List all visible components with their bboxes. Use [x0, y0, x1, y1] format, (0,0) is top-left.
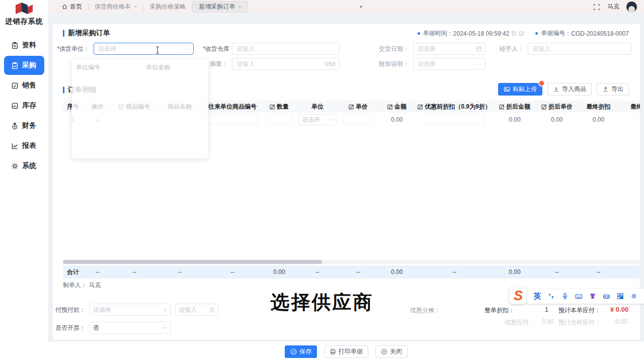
tab-home[interactable]: 首页 [55, 0, 88, 14]
total-discounted-price: -- [537, 268, 577, 276]
tab-supplier-pricebook[interactable]: 供货商价格本 × [89, 0, 143, 14]
fullscreen-icon[interactable] [593, 4, 600, 11]
total-partner-code: -- [203, 268, 262, 276]
close-icon[interactable]: × [134, 4, 137, 10]
page-title: 新增采购订单 [63, 29, 110, 38]
skin-icon[interactable] [589, 293, 596, 300]
print-button[interactable]: 打印单据 [324, 345, 368, 358]
discounted-amount-value: 0.00 [493, 116, 537, 123]
title-accent-bar [63, 86, 64, 94]
clipboard-icon [11, 42, 19, 49]
horizontal-scrollbar[interactable] [63, 260, 640, 264]
ime-toolbar: S 英 [509, 287, 644, 304]
ellipsis-icon[interactable]: ··· [474, 60, 482, 67]
toolbox-icon[interactable] [630, 293, 637, 300]
username[interactable]: 马克 [607, 3, 619, 11]
total-final-discount: -- [577, 268, 620, 276]
copy-icon[interactable] [511, 31, 517, 36]
warehouse-label: *收货仓库： [203, 45, 228, 53]
sidebar-item-system[interactable]: 系统 [4, 156, 44, 175]
amount-value: 0.00 [378, 116, 416, 123]
quantity-input[interactable] [262, 115, 296, 125]
pre-discount-input[interactable] [416, 115, 493, 125]
bar-chart-icon [11, 102, 19, 110]
faded-payable-value: 0.00 [542, 318, 553, 325]
tab-home-label: 首页 [70, 3, 82, 11]
app-title: 进销存系统 [6, 17, 43, 26]
image-icon [504, 86, 510, 93]
delivery-date-label: 交货日期： [379, 45, 409, 53]
unit-select[interactable]: 请选择 [296, 114, 339, 125]
gear-icon [11, 162, 19, 170]
import-products-button[interactable]: 导入商品 [547, 83, 592, 96]
total-unit-price: -- [339, 268, 378, 276]
total-pre-discount: -- [416, 268, 493, 276]
scrollbar-thumb[interactable] [63, 260, 322, 264]
edit-icon [349, 104, 354, 110]
tabs-dropdown-icon[interactable]: ▼ [359, 5, 363, 10]
close-icon[interactable]: × [238, 4, 241, 10]
summary-input[interactable] [232, 58, 340, 70]
calendar-icon[interactable] [476, 46, 482, 52]
save-button[interactable]: 保存 [285, 345, 317, 358]
dropdown-col-unit-name: 单位名称 [146, 64, 170, 71]
tab-label: 采购价格策略 [149, 3, 186, 11]
col-quantity: 数量 [262, 103, 296, 111]
supplier-input[interactable] [94, 43, 194, 55]
sidebar-item-finance[interactable]: 财务 [4, 116, 44, 135]
doc-no-value: CGD-20240518-0007 [571, 30, 629, 37]
emoji-grid-icon[interactable] [617, 293, 624, 300]
sidebar-item-inventory[interactable]: 库存 [4, 96, 44, 115]
doc-time-value: 2024-05-18 09:59:42 [453, 30, 509, 37]
ime-english-mode[interactable]: 英 [534, 292, 541, 301]
tab-purchase-price-policy[interactable]: 采购价格策略 [143, 0, 192, 14]
total-product-code: -- [112, 268, 156, 276]
invoice-select[interactable]: 否 [90, 322, 171, 334]
ime-bar: 英 [527, 289, 644, 304]
check-square-icon [11, 82, 19, 89]
doc-time-label: 单据时间： [423, 29, 453, 38]
tab-new-purchase-order[interactable]: 新增采购订单 × [192, 1, 248, 13]
doc-info: 单据时间： 2024-05-18 09:59:42 单据编号： CGD-2024… [418, 29, 629, 38]
total-product-name: -- [156, 268, 203, 276]
sidebar-item-label: 资料 [22, 41, 36, 50]
final-discount-value: 0.00 [577, 116, 620, 123]
totals-label: 合计 [63, 268, 83, 277]
supplier-label: *供货单位： [53, 45, 90, 53]
close-button[interactable]: 关闭 [375, 345, 408, 358]
sidebar-item-label: 销售 [22, 81, 36, 90]
edit-icon [499, 104, 505, 110]
supplier-dropdown[interactable]: 单位编号 单位名称 [72, 59, 208, 158]
note-label: 附加说明： [379, 60, 409, 68]
avatar[interactable] [626, 2, 637, 12]
sidebar-item-reports[interactable]: 报表 [4, 136, 44, 155]
unit-price-input[interactable] [339, 115, 378, 125]
sogou-logo-icon[interactable]: S [509, 287, 527, 304]
export-label: 导出 [611, 85, 623, 94]
keyboard-icon[interactable] [575, 293, 583, 300]
sidebar-item-sales[interactable]: 销售 [4, 76, 44, 95]
microphone-icon[interactable] [561, 293, 569, 300]
creator-value: 马克 [89, 282, 101, 289]
warehouse-input[interactable] [232, 43, 340, 55]
chevron-down-icon [329, 118, 333, 122]
brand: 进销存系统 [0, 0, 48, 28]
game-icon[interactable] [603, 293, 610, 300]
ellipsis-icon[interactable]: ··· [183, 45, 190, 52]
sparkle-comma-icon[interactable] [548, 293, 555, 300]
handler-input[interactable] [528, 43, 631, 55]
sidebar-item-data[interactable]: 资料 [4, 36, 44, 55]
delivery-date-input[interactable] [413, 43, 486, 55]
col-unit: 单位 [296, 103, 339, 111]
bullet-icon [535, 32, 538, 35]
paste-upload-button[interactable]: 粘贴上传 [498, 83, 542, 96]
partner-product-code-input[interactable] [203, 115, 262, 125]
export-button[interactable]: 导出 [597, 83, 629, 96]
handler-label: 经手人： [500, 45, 524, 53]
line-chart-icon [11, 142, 19, 150]
edit-icon[interactable] [519, 31, 524, 36]
col-pre-discount: 优惠前折扣（0.9为9折） [416, 103, 493, 111]
col-amount: 金额 [378, 103, 416, 111]
totals-row: 合计 -- -- -- -- 0.00 -- -- 0.00 -- 0.00 -… [63, 265, 640, 279]
sidebar-item-purchase[interactable]: 采购 [4, 56, 44, 75]
